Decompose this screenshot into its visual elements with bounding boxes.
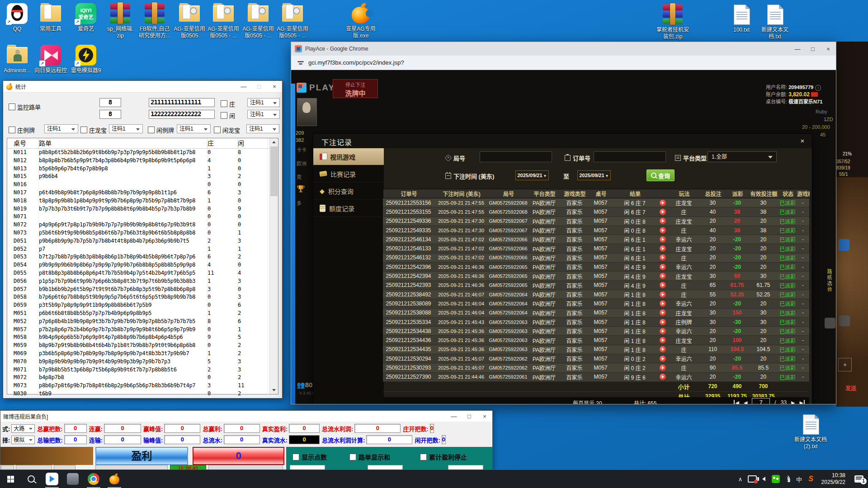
close-button[interactable]: × [267,83,282,90]
desktop-icon-ldplayer[interactable]: ↗ 雷电模拟器9 [69,44,103,74]
replay-icon[interactable] [660,337,666,343]
road-row[interactable]: N073 p5b6t6b9t9p9b9b8b5p8b6t6b7p7b6b3t8p… [7,229,278,237]
trophy-icon[interactable]: 🏆 [297,185,305,193]
replay-icon[interactable] [660,200,666,206]
scroll-up-icon[interactable] [270,138,278,146]
ime-indicator[interactable]: 中 [793,470,805,488]
gear-icon[interactable] [839,315,850,326]
road-row[interactable]: D054 p9b9p9p9b6b9p8b6p7p9p9p7p9p9b7p6b8b… [7,261,278,269]
info-icon[interactable]: i [815,85,821,91]
desktop-icon-ag2[interactable]: AG-亚星信用 版0505 - ... [206,3,241,39]
replay-icon[interactable] [660,273,666,279]
replay-icon[interactable] [660,356,666,362]
desktop-icon-newtxt2[interactable]: 新建文本文档 (2).txt [793,413,828,450]
url-bar[interactable]: gci.myf7f3bx.com/pc/pcv2/index.jsp? [291,56,836,70]
bet-row[interactable]: 250921212542396 2025-09-21 21:46:36 GM05… [383,263,809,272]
sidebar-item-fragment[interactable]: 竞 [297,173,302,180]
road-row[interactable]: M069 p3b6b5p8p6p9b7p8b9p9p7b8p9p9p9b7p4t… [7,350,278,358]
road-row[interactable]: M073 p8b6p7p8t6p9b7p7b8p8t6b8p2p9b6p5b6p… [7,382,278,390]
banker-dragon-checkbox[interactable] [80,127,87,133]
wifi-icon[interactable] [782,470,793,488]
taskbar-app[interactable] [62,470,83,488]
profit-button[interactable]: 盈利 [95,447,188,465]
road-row[interactable]: N017 p6t4b9b8p9b8t7p6p8p9b8b8b7b9p7b9p9p… [7,189,278,197]
replay-icon[interactable] [660,365,666,371]
platform-select[interactable]: 1.全部 [708,151,777,162]
date-to-picker[interactable]: 2025/09/21▼ [577,170,611,180]
show-points-checkbox[interactable] [292,454,299,460]
desktop-icon-newtxt[interactable]: 新建文本文 档.txt [758,4,792,40]
desktop-icon-yaxing-exe[interactable]: 亚星AG专用 版.exe [344,3,378,39]
bet-row[interactable]: 250921212553155 2025-09-21 21:47:55 GM05… [383,207,809,216]
prev-page-icon[interactable]: ◀ [744,400,747,404]
road-row[interactable]: N013 b5p6b9p6p7b4t6p7p8b9p8 1 0 [7,165,278,173]
first-page-icon[interactable]: ◀ [734,400,739,404]
bet-row[interactable]: 250921212527390 2025-09-21 21:44:46 GM05… [383,373,809,382]
road-row[interactable]: D051 p9b6p8b9p9p7b7p5b7p7b8b4t4t8p8b4b7p… [7,237,278,245]
banker-pair-checkbox[interactable] [9,127,15,133]
option-box[interactable] [368,465,403,470]
desktop-icon-tools[interactable]: 常用工具 [33,3,68,33]
close-button[interactable]: × [477,413,492,420]
road-row[interactable]: M059 b8p9b7p9t9b8b9b8b4t6b4b7p1b8t7b9b8b… [7,342,278,350]
player-dragon-checkbox[interactable] [214,127,221,133]
bet-row[interactable]: 250921212534436 2025-09-21 21:45:36 GM05… [383,336,809,345]
code-input-1[interactable]: 211111111111111 [149,98,215,107]
monitor-road-toggle[interactable]: 监控路单 [9,103,41,111]
road-row[interactable]: N018 t8p8p9p9b8b1p8b4p9p9t9p9b7b6p8p9p7b… [7,197,278,205]
player-betcode-select[interactable]: 注码1 [247,110,280,119]
notification-icon[interactable]: 1 [850,470,868,488]
screen-share-icon[interactable] [746,470,758,488]
bet-row[interactable]: 250921212534435 2025-09-21 21:45:36 GM05… [383,345,809,354]
road-row[interactable]: M072 b4p8p7b8 0 2 [7,374,278,382]
bet-row[interactable]: 250921212538089 2025-09-21 21:46:04 GM05… [383,299,809,308]
replay-icon[interactable] [660,374,666,380]
road-row[interactable]: N030 t6b9 0 2 [7,390,278,398]
player-checkbox[interactable] [221,112,227,119]
sidebar-item-fragment[interactable]: 多 [297,199,302,206]
scroll-thumb[interactable] [270,146,278,196]
search-button[interactable] [21,470,42,488]
small-button[interactable] [1,465,14,470]
road-row[interactable]: D056 p1p5p7b7p9b6t9p9b7p6p6b3b8p8t3b7t9p… [7,277,278,286]
clock[interactable]: 10:38 2025/9/22 [817,472,850,486]
player-dragon-select[interactable]: 注码1 [246,124,279,133]
road-row[interactable]: D053 b7t2p7b8b7p9p8b3p8b8p8b6p1b7b8p9b4b… [7,253,278,261]
run-mode-select[interactable]: 模拟 [11,436,35,444]
tab-points-query[interactable]: ◆ 积分查询 [313,183,384,200]
replay-icon[interactable] [660,236,666,243]
road-row[interactable]: M070 b9p8p9b9b9p9b9p7b9p9t4b9p9b9p3b9p7p… [7,358,278,366]
rounds-input-2[interactable]: 8 [99,110,121,119]
bet-row[interactable]: 250921212546132 2025-09-21 21:47:02 GM05… [383,253,809,263]
bet-row[interactable]: 250921212542394 2025-09-21 21:46:36 GM05… [383,272,809,281]
bet-row[interactable]: 250921212546133 2025-09-21 21:47:02 GM05… [383,244,809,253]
desktop-icon-zip2[interactable]: 掌舵者挂机安 装包.zip [656,4,690,40]
road-row[interactable]: M057 p7b2p8p6p7b2b4b6p9p7b7p3b8b7p9p9p9b… [7,326,278,334]
option-box[interactable] [290,465,325,470]
banker-pair-toggle[interactable]: 庄例牌 [9,126,35,134]
banker-toggle[interactable]: 庄 [221,99,235,108]
taskbar-stats-app[interactable] [104,470,125,488]
small-button[interactable] [54,465,75,470]
sidebar-item-fragment[interactable]: 卡卡 [297,146,307,153]
order-input[interactable] [594,151,666,162]
last-page-icon[interactable]: ▶ [800,400,805,404]
start-button[interactable] [95,465,168,470]
tool-icon[interactable] [839,239,849,251]
bet-row[interactable]: 250921212530293 2025-09-21 21:45:07 GM05… [383,363,809,372]
desktop-icon-qq[interactable]: ↗ QQ [0,3,34,33]
minimize-button[interactable]: — [790,46,805,52]
replay-icon[interactable] [660,218,666,224]
road-row[interactable]: N016 0 0 [7,181,278,189]
assistant-titlebar[interactable]: 赌博违规后果自负] — □ × [0,411,492,422]
replay-icon[interactable] [660,254,666,261]
maximize-button[interactable]: □ [251,83,267,90]
modal-close-icon[interactable]: × [797,136,807,146]
road-row[interactable]: N015 p9b6b4 3 2 [7,173,278,181]
tray-expand-icon[interactable]: ∧ [735,470,746,488]
sogou-icon[interactable]: S [805,470,817,488]
desktop-icon-sp-zip[interactable]: sp_网络端. zip [103,3,137,39]
player-pair-select[interactable]: 注码1 [177,124,211,133]
road-row[interactable]: N072 p4p9p6p9t7p8p1p7b9b9b7p7p7p9b9b9b9p… [7,221,278,229]
gear-icon[interactable] [825,318,835,328]
